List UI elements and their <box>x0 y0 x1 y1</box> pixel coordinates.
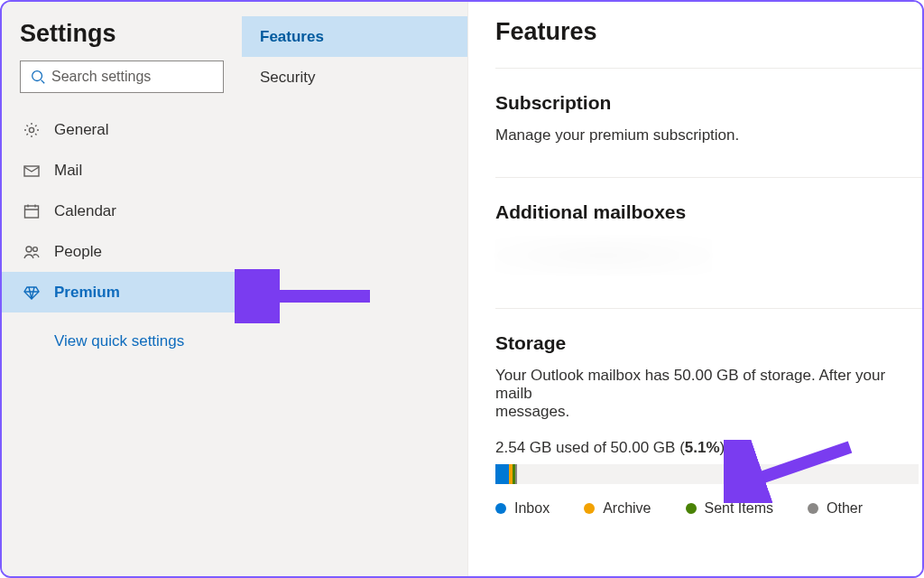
legend-item-inbox: Inbox <box>495 500 550 517</box>
sidebar-item-people[interactable]: People <box>2 231 242 272</box>
storage-segment-inbox <box>495 464 509 484</box>
svg-point-2 <box>29 127 33 132</box>
storage-used-percent: 5.1% <box>685 439 720 456</box>
legend-label: Other <box>827 500 863 517</box>
svg-point-11 <box>26 247 32 252</box>
svg-point-0 <box>32 71 42 81</box>
sidebar-item-label: Premium <box>54 284 120 302</box>
legend-label: Sent Items <box>705 500 773 517</box>
people-icon <box>20 243 43 261</box>
view-quick-settings-link[interactable]: View quick settings <box>2 312 242 350</box>
legend-label: Inbox <box>514 500 550 517</box>
mailboxes-section: Additional mailboxes <box>495 178 922 284</box>
storage-text: Your Outlook mailbox has 50.00 GB of sto… <box>495 367 922 421</box>
subscription-heading: Subscription <box>495 92 922 114</box>
mail-icon <box>20 162 43 180</box>
legend-item-sent-items: Sent Items <box>686 500 773 517</box>
storage-segment-other <box>515 464 517 484</box>
search-icon <box>30 69 46 85</box>
search-wrap <box>2 61 242 109</box>
svg-line-1 <box>42 80 45 84</box>
calendar-icon <box>20 202 43 220</box>
legend-item-archive: Archive <box>584 500 651 517</box>
search-input[interactable] <box>51 69 232 85</box>
subnav-item-security[interactable]: Security <box>242 57 467 98</box>
legend-dot-icon <box>584 503 595 514</box>
mailboxes-heading: Additional mailboxes <box>495 201 922 223</box>
legend-label: Archive <box>603 500 651 517</box>
settings-title: Settings <box>2 14 242 61</box>
sidebar-item-calendar[interactable]: Calendar <box>2 191 242 231</box>
sidebar-item-label: Mail <box>54 162 82 180</box>
settings-content: Features Subscription Manage your premiu… <box>467 2 922 576</box>
storage-legend: InboxArchiveSent ItemsOther <box>495 500 922 517</box>
sidebar-item-premium[interactable]: Premium <box>2 272 242 312</box>
storage-used-prefix: 2.54 GB used of 50.00 GB ( <box>495 439 685 456</box>
settings-subnav: FeaturesSecurity <box>242 2 467 576</box>
subscription-text: Manage your premium subscription. <box>495 126 922 144</box>
settings-nav: GeneralMailCalendarPeoplePremium <box>2 109 242 312</box>
svg-point-12 <box>33 247 38 251</box>
gear-icon <box>20 121 43 139</box>
sidebar-item-label: People <box>54 243 102 261</box>
storage-bar <box>495 464 919 484</box>
legend-dot-icon <box>495 503 506 514</box>
legend-item-other: Other <box>808 500 863 517</box>
storage-heading: Storage <box>495 332 922 354</box>
sidebar-item-label: Calendar <box>54 202 116 220</box>
sidebar-item-label: General <box>54 121 108 139</box>
storage-section: Storage Your Outlook mailbox has 50.00 G… <box>495 309 922 526</box>
storage-used-line: 2.54 GB used of 50.00 GB (5.1%) <box>495 439 922 457</box>
storage-used-suffix: ) <box>720 439 725 456</box>
page-title: Features <box>495 18 922 69</box>
subnav-item-features[interactable]: Features <box>242 16 467 57</box>
subscription-section: Subscription Manage your premium subscri… <box>495 69 922 154</box>
svg-rect-4 <box>25 206 39 218</box>
legend-dot-icon <box>686 503 697 514</box>
diamond-icon <box>20 284 43 302</box>
redacted-content <box>495 236 712 275</box>
sidebar-item-mail[interactable]: Mail <box>2 150 242 191</box>
search-box[interactable] <box>20 61 224 93</box>
sidebar-item-general[interactable]: General <box>2 109 242 150</box>
legend-dot-icon <box>808 503 818 514</box>
settings-sidebar: Settings GeneralMailCalendarPeoplePremiu… <box>2 2 242 576</box>
